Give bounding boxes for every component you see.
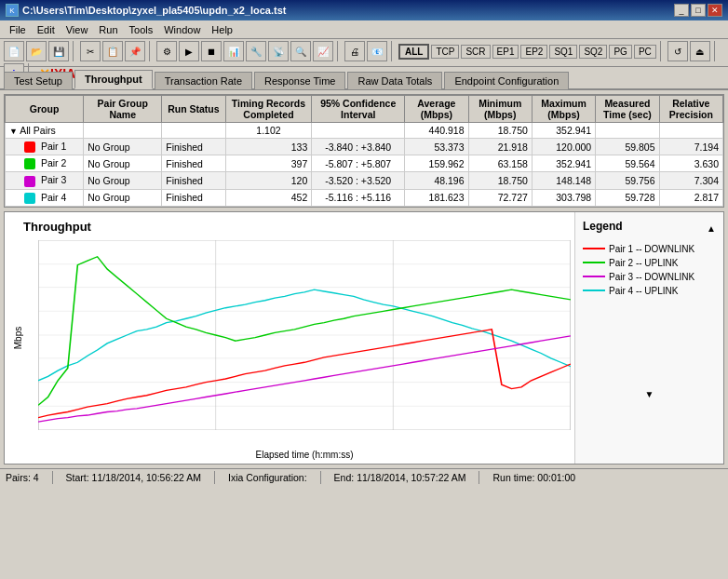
col-timing: Timing RecordsCompleted bbox=[225, 96, 312, 123]
all-filter-button[interactable]: ALL bbox=[398, 44, 429, 60]
toolbar-sep6 bbox=[714, 41, 718, 61]
table-row: Pair 1 No Group Finished 133 -3.840 : +3… bbox=[6, 139, 723, 155]
legend-line-pair1 bbox=[583, 248, 605, 249]
col-maximum: Maximum(Mbps) bbox=[532, 96, 595, 123]
data-table-container: Group Pair GroupName Run Status Timing R… bbox=[4, 94, 724, 208]
toolbar-sep1 bbox=[73, 41, 76, 61]
y-axis-label: Mbps bbox=[13, 327, 23, 349]
col-pair-group-name: Pair GroupName bbox=[84, 96, 162, 123]
legend-panel: Legend ▲ Pair 1 -- DOWNLINK Pair 2 -- UP… bbox=[574, 212, 723, 464]
data-table: Group Pair GroupName Run Status Timing R… bbox=[5, 95, 723, 207]
legend-line-pair4 bbox=[583, 290, 605, 291]
chart-main: Throughput Mbps 378.00 350.00 300.00 bbox=[5, 212, 574, 464]
scr-filter-button[interactable]: SCR bbox=[461, 45, 490, 59]
sq2-filter-button[interactable]: SQ2 bbox=[579, 45, 607, 59]
tab-response-time[interactable]: Response Time bbox=[254, 72, 345, 89]
app-icon: K bbox=[6, 4, 19, 17]
col-run-status: Run Status bbox=[162, 96, 225, 123]
col-measured-time: MeasuredTime (sec) bbox=[596, 96, 659, 123]
paste-button[interactable]: 📌 bbox=[125, 41, 145, 61]
pc-filter-button[interactable]: PC bbox=[634, 45, 656, 59]
table-row: Pair 3 No Group Finished 120 -3.520 : +3… bbox=[6, 172, 723, 189]
minimize-button[interactable]: _ bbox=[674, 4, 689, 17]
open-button[interactable]: 📂 bbox=[26, 41, 47, 61]
save-button[interactable]: 💾 bbox=[48, 41, 69, 61]
col-average: Average(Mbps) bbox=[405, 96, 468, 123]
tab-endpoint-config[interactable]: Endpoint Configuration bbox=[444, 72, 569, 89]
pg-filter-button[interactable]: PG bbox=[609, 45, 631, 59]
btn7[interactable]: 🔍 bbox=[290, 41, 311, 61]
btn6[interactable]: 📡 bbox=[268, 41, 289, 61]
copy-button[interactable]: 📋 bbox=[102, 41, 123, 61]
all-pairs-row: ▼ All Pairs 1.102 440.918 18.750 352.941 bbox=[6, 123, 723, 139]
legend-item-pair4: Pair 4 -- UPLINK bbox=[583, 286, 716, 296]
title-bar: K C:\Users\Tim\Desktop\zyxel_pla5405\upd… bbox=[0, 0, 728, 20]
legend-label-pair3: Pair 3 -- DOWNLINK bbox=[609, 272, 694, 282]
status-start: Start: 11/18/2014, 10:56:22 AM bbox=[66, 472, 201, 483]
toolbar-sep4 bbox=[391, 41, 395, 61]
menu-window[interactable]: Window bbox=[158, 23, 206, 36]
maximize-button[interactable]: □ bbox=[691, 4, 706, 17]
ep2-filter-button[interactable]: EP2 bbox=[520, 45, 547, 59]
menu-bar: File Edit View Run Tools Window Help bbox=[0, 20, 728, 39]
tab-transaction-rate[interactable]: Transaction Rate bbox=[155, 72, 252, 89]
chart-svg: 378.00 350.00 300.00 250.00 200.00 150.0… bbox=[38, 240, 571, 430]
refresh-button[interactable]: ↺ bbox=[667, 41, 688, 61]
tab-test-setup[interactable]: Test Setup bbox=[4, 72, 73, 89]
col-precision: RelativePrecision bbox=[659, 96, 722, 123]
toolbar: 📄 📂 💾 ✂ 📋 📌 ⚙ ▶ ⏹ 📊 🔧 📡 🔍 📈 🖨 📧 ALL TCP … bbox=[0, 39, 728, 67]
col-confidence: 95% ConfidenceInterval bbox=[312, 96, 405, 123]
tcp-filter-button[interactable]: TCP bbox=[431, 45, 459, 59]
stop-button[interactable]: ⏏ bbox=[690, 41, 710, 61]
legend-scroll-up[interactable]: ▲ bbox=[707, 223, 716, 234]
ep1-filter-button[interactable]: EP1 bbox=[492, 45, 519, 59]
window-controls: _ □ ✕ bbox=[674, 4, 722, 17]
legend-title: Legend bbox=[583, 220, 623, 233]
status-end: End: 11/18/2014, 10:57:22 AM bbox=[334, 472, 466, 483]
status-sep4 bbox=[479, 471, 479, 484]
legend-label-pair1: Pair 1 -- DOWNLINK bbox=[609, 244, 694, 254]
menu-view[interactable]: View bbox=[61, 23, 94, 36]
menu-run[interactable]: Run bbox=[93, 23, 123, 36]
menu-tools[interactable]: Tools bbox=[124, 23, 159, 36]
tab-raw-data[interactable]: Raw Data Totals bbox=[347, 72, 442, 89]
title-text: C:\Users\Tim\Desktop\zyxel_pla5405\updn_… bbox=[22, 5, 286, 16]
btn3[interactable]: ⏹ bbox=[201, 41, 222, 61]
status-runtime: Run time: 00:01:00 bbox=[492, 472, 575, 483]
expand-icon[interactable]: ▼ bbox=[9, 127, 18, 136]
legend-scroll-down[interactable]: ▼ bbox=[645, 389, 654, 399]
btn2[interactable]: ▶ bbox=[179, 41, 199, 61]
new-button[interactable]: 📄 bbox=[4, 41, 24, 61]
btn10[interactable]: 📧 bbox=[367, 41, 387, 61]
status-sep1 bbox=[52, 471, 53, 484]
all-pairs-label: ▼ All Pairs bbox=[6, 123, 84, 139]
toolbar-sep3 bbox=[337, 41, 341, 61]
menu-help[interactable]: Help bbox=[206, 23, 238, 36]
btn4[interactable]: 📊 bbox=[223, 41, 244, 61]
tab-throughput[interactable]: Throughput bbox=[74, 70, 153, 89]
close-button[interactable]: ✕ bbox=[708, 4, 722, 17]
legend-item-pair2: Pair 2 -- UPLINK bbox=[583, 258, 716, 268]
menu-file[interactable]: File bbox=[4, 23, 32, 36]
btn9[interactable]: 🖨 bbox=[344, 41, 365, 61]
status-ixia: Ixia Configuration: bbox=[228, 472, 307, 483]
cut-button[interactable]: ✂ bbox=[80, 41, 101, 61]
chart-title: Throughput bbox=[23, 220, 91, 234]
table-row: Pair 2 No Group Finished 397 -5.807 : +5… bbox=[6, 155, 723, 172]
status-sep2 bbox=[214, 471, 215, 484]
btn8[interactable]: 📈 bbox=[313, 41, 333, 61]
table-row: Pair 4 No Group Finished 452 -5.116 : +5… bbox=[6, 189, 723, 206]
x-axis-label: Elapsed time (h:mm:ss) bbox=[38, 450, 571, 460]
status-bar: Pairs: 4 Start: 11/18/2014, 10:56:22 AM … bbox=[0, 468, 728, 487]
tab-bar: Test Setup Throughput Transaction Rate R… bbox=[0, 67, 728, 90]
legend-line-pair3 bbox=[583, 276, 605, 277]
menu-edit[interactable]: Edit bbox=[32, 23, 61, 36]
legend-item-pair3: Pair 3 -- DOWNLINK bbox=[583, 272, 716, 282]
btn5[interactable]: 🔧 bbox=[246, 41, 266, 61]
sq1-filter-button[interactable]: SQ1 bbox=[549, 45, 577, 59]
toolbar-sep2 bbox=[149, 41, 153, 61]
col-minimum: Minimum(Mbps) bbox=[468, 96, 532, 123]
btn1[interactable]: ⚙ bbox=[156, 41, 177, 61]
col-group: Group bbox=[6, 96, 84, 123]
chart-area: Throughput Mbps 378.00 350.00 300.00 bbox=[4, 211, 724, 465]
